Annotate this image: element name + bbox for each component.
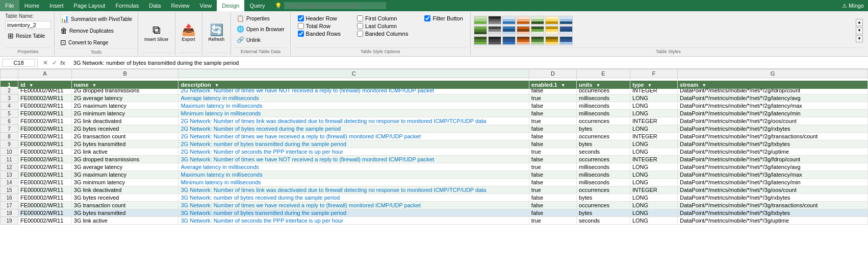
style-swatch-1-0[interactable] [474,26,487,35]
col-header-a[interactable]: A [18,69,71,78]
style-swatch-1-4[interactable] [531,26,544,35]
cell-7-col-a[interactable]: FE000002/WR11 [18,125,71,133]
cell-8-col-a[interactable]: FE000002/WR11 [18,133,71,140]
filter-type[interactable]: ▼ [648,83,652,88]
cell-10-col-d[interactable]: true [529,148,576,156]
cell-8-col-g[interactable]: DataPoint/*/metrics/mobile/*/net/*/2g/tr… [678,133,868,140]
menu-data[interactable]: Data [144,0,166,11]
cell-16-col-b[interactable]: 3G bytes received [71,194,178,202]
menu-file[interactable]: File [0,0,19,11]
first-column-checkbox[interactable]: First Column [357,15,408,21]
cell-18-col-a[interactable]: FE000002/WR11 [18,209,71,217]
cell-18-col-d[interactable]: false [529,209,576,217]
menu-query[interactable]: Query [244,0,270,11]
cell-3-col-f[interactable]: LONG [630,94,677,102]
cell-10-col-c[interactable]: 2G Network: Number of seconds the PPP in… [178,148,529,156]
properties-button[interactable]: 📋 Properties [234,13,287,23]
cell-18-col-b[interactable]: 3G bytes transmitted [71,209,178,217]
cell-14-col-d[interactable]: false [529,179,576,186]
filter-id[interactable]: ▼ [29,83,34,88]
th-name[interactable]: name ▼ [71,80,178,89]
cell-17-col-a[interactable]: FE000002/WR11 [18,202,71,209]
style-swatch-2-2[interactable] [502,36,516,45]
confirm-formula-icon[interactable]: ✓ [51,59,58,66]
cell-4-col-g[interactable]: DataPoint/*/metrics/mobile/*/net/*/2g/la… [678,102,868,110]
style-swatch-0-4[interactable] [531,16,544,25]
open-in-browser-button[interactable]: 🌐 Open in Browser [234,24,287,34]
cell-7-col-g[interactable]: DataPoint/*/metrics/mobile/*/net/*/2g/rx… [678,125,868,133]
cell-15-col-e[interactable]: occurrences [577,186,630,194]
col-header-c[interactable]: C [178,69,529,78]
cell-10-col-e[interactable]: seconds [577,148,630,156]
cell-9-col-e[interactable]: bytes [577,140,630,148]
cell-3-col-d[interactable]: true [529,94,576,102]
cell-11-col-g[interactable]: DataPoint/*/metrics/mobile/*/net/*/3g/fd… [678,156,868,163]
tell-me-input[interactable] [284,2,386,9]
style-swatch-0-3[interactable] [517,16,530,25]
cell-19-col-g[interactable]: DataPoint/*/metrics/mobile/*/net/*/3g/up… [678,217,868,225]
cell-10-col-f[interactable]: LONG [630,148,677,156]
cell-5-col-f[interactable]: LONG [630,110,677,117]
style-swatch-2-0[interactable] [474,36,487,45]
cell-4-col-e[interactable]: milliseconds [577,102,630,110]
cell-11-col-e[interactable]: occurrences [577,156,630,163]
insert-slicer-button[interactable]: ⧉ Insert Slicer [141,22,172,44]
cell-11-col-c[interactable]: 3G Network: Number of times we have NOT … [178,156,529,163]
remove-duplicates-button[interactable]: 🗑 Remove Duplicates [58,25,135,36]
cell-12-col-a[interactable]: FE000002/WR11 [18,163,71,171]
style-swatch-2-5[interactable] [545,36,558,45]
cell-7-col-e[interactable]: bytes [577,125,630,133]
cell-18-col-g[interactable]: DataPoint/*/metrics/mobile/*/net/*/3g/tx… [678,209,868,217]
col-header-g[interactable]: G [678,69,868,78]
convert-to-range-button[interactable]: ⊡ Convert to Range [58,37,135,48]
cell-13-col-a[interactable]: FE000002/WR11 [18,171,71,179]
cell-18-col-c[interactable]: 3G Network: number of bytes transmitted … [178,209,529,217]
cell-11-col-a[interactable]: FE000002/WR11 [18,156,71,163]
cell-9-col-d[interactable]: false [529,140,576,148]
col-header-e[interactable]: E [577,69,630,78]
cell-6-col-c[interactable]: 2G Network: Number of times link was dea… [178,117,529,125]
cell-16-col-f[interactable]: LONG [630,194,677,202]
cell-15-col-d[interactable]: true [529,186,576,194]
filter-enabled[interactable]: ▼ [561,83,566,88]
style-swatch-0-2[interactable] [502,16,516,25]
cell-16-col-d[interactable]: false [529,194,576,202]
th-units[interactable]: units ▼ [577,80,630,89]
th-id[interactable]: id ▼ [18,80,71,89]
refresh-button[interactable]: 🔄 Refresh [206,22,228,44]
cell-18-col-f[interactable]: LONG [630,209,677,217]
cell-8-col-c[interactable]: 2G Network: Number of times we have rece… [178,133,529,140]
banded-rows-checkbox[interactable]: Banded Rows [298,31,341,37]
cell-reference-input[interactable] [2,59,35,67]
th-enabled[interactable]: enabled.1 ▼ [529,80,576,89]
cell-3-col-b[interactable]: 2G average latency [71,94,178,102]
cell-5-col-g[interactable]: DataPoint/*/metrics/mobile/*/net/*/2g/la… [678,110,868,117]
cell-12-col-g[interactable]: DataPoint/*/metrics/mobile/*/net/*/3g/la… [678,163,868,171]
cell-15-col-b[interactable]: 3G link deactivated [71,186,178,194]
cell-7-col-c[interactable]: 2G Network: Number of bytes received dur… [178,125,529,133]
cell-11-col-b[interactable]: 3G dropped transmissions [71,156,178,163]
style-swatch-1-3[interactable] [517,26,530,35]
style-swatch-1-2[interactable] [502,26,516,35]
cell-3-col-c[interactable]: Average latency in milliseconds [178,94,529,102]
cell-11-col-d[interactable]: false [529,156,576,163]
cell-10-col-g[interactable]: DataPoint/*/metrics/mobile/*/net/*/2g/up… [678,148,868,156]
cell-7-col-d[interactable]: false [529,125,576,133]
cell-6-col-g[interactable]: DataPoint/*/metrics/mobile/*/net/*/2g/oo… [678,117,868,125]
filter-units[interactable]: ▼ [596,83,600,88]
cell-14-col-g[interactable]: DataPoint/*/metrics/mobile/*/net/*/3g/la… [678,179,868,186]
col-header-d[interactable]: D [529,69,576,78]
cell-4-col-b[interactable]: 2G maximum latency [71,102,178,110]
resize-table-button[interactable]: ⊞ Resize Table [5,30,51,41]
cell-3-col-a[interactable]: FE000002/WR11 [18,94,71,102]
cell-14-col-f[interactable]: LONG [630,179,677,186]
cell-6-col-a[interactable]: FE000002/WR11 [18,117,71,125]
style-swatch-2-3[interactable] [517,36,530,45]
menu-view[interactable]: View [195,0,217,11]
menu-home[interactable]: Home [19,0,44,11]
style-swatch-0-5[interactable] [545,16,558,25]
cell-17-col-d[interactable]: false [529,202,576,209]
cell-10-col-a[interactable]: FE000002/WR11 [18,148,71,156]
cell-13-col-e[interactable]: milliseconds [577,171,630,179]
cell-8-col-d[interactable]: false [529,133,576,140]
